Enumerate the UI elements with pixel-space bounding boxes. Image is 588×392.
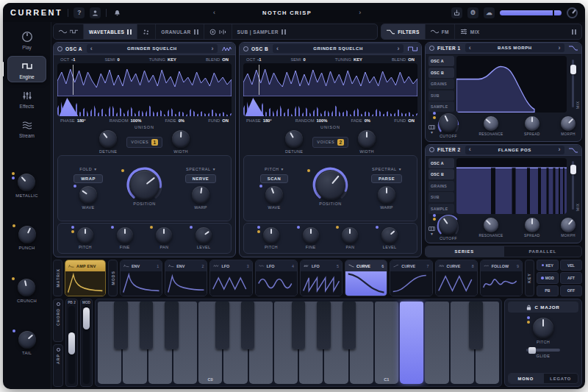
master-volume-slider[interactable] <box>500 10 562 15</box>
mod-slot-lfo-3[interactable]: LFO3 <box>209 260 252 296</box>
sidebar-item-stream[interactable]: Stream <box>7 115 46 141</box>
chevron-right-icon[interactable]: › <box>211 46 214 52</box>
spread-knob[interactable] <box>525 218 539 232</box>
kb-pitch-knob[interactable] <box>533 318 553 338</box>
power-icon[interactable] <box>243 46 248 51</box>
power-icon[interactable] <box>57 302 60 306</box>
oct-param[interactable]: OCT-1 <box>60 57 75 62</box>
spectral-header[interactable]: SPECTRAL▾ <box>372 167 401 171</box>
key-tab[interactable]: KEY <box>525 260 534 296</box>
warp-knob[interactable] <box>192 186 209 204</box>
wavetable-preset-selector[interactable]: ‹ GRINDER SQUELCH › <box>87 44 218 53</box>
chord-tab[interactable]: CHORD <box>53 299 63 342</box>
chevron-left-icon[interactable]: ‹ <box>469 45 472 51</box>
tab-fm[interactable]: FM <box>426 24 455 39</box>
mods-tab[interactable]: MODS <box>108 260 118 296</box>
piano-black-key[interactable] <box>140 302 154 349</box>
source-grains[interactable]: GRAINS <box>429 79 454 89</box>
pan-knob[interactable] <box>156 227 172 243</box>
detune-knob[interactable] <box>285 130 303 148</box>
output-gain-knob[interactable] <box>567 7 578 18</box>
fund-param[interactable]: FUNDON <box>208 118 229 123</box>
chevron-left-icon[interactable]: ‹ <box>276 46 279 52</box>
source-osc-a[interactable]: OSC A <box>429 158 454 168</box>
tab-filters[interactable]: FILTERS <box>381 24 425 39</box>
mod-wheel-track[interactable] <box>83 306 90 384</box>
detune-knob[interactable] <box>99 130 117 148</box>
spectral-select-button[interactable]: PARSE <box>371 174 402 183</box>
next-preset-button[interactable]: › <box>359 10 361 16</box>
piano-black-key[interactable] <box>114 302 128 349</box>
mix-slider[interactable] <box>572 60 574 108</box>
tab-wavetables[interactable]: WAVETABLES <box>84 24 137 39</box>
mode-header[interactable]: PITCH▾ <box>265 167 284 171</box>
chevron-left-icon[interactable]: ‹ <box>90 46 93 52</box>
resonance-knob[interactable] <box>484 116 498 131</box>
mod-slot-curve-7[interactable]: CURVE7 <box>390 260 432 296</box>
cutoff-knob[interactable] <box>439 215 458 235</box>
filter-curve-display[interactable] <box>456 56 567 113</box>
chevron-left-icon[interactable]: ‹ <box>469 146 472 153</box>
cutoff-knob[interactable] <box>439 113 458 132</box>
wave-knob[interactable] <box>79 186 97 204</box>
waveform-display[interactable] <box>243 63 417 116</box>
piano-key-c1[interactable]: C1 <box>375 302 398 384</box>
granular-icon-cell[interactable] <box>137 24 156 39</box>
scale-header[interactable]: C MAJOR <box>508 302 578 313</box>
glide-handle[interactable] <box>528 347 536 354</box>
mode-select-button[interactable]: SCAN <box>260 174 288 183</box>
prev-preset-button[interactable]: ‹ <box>213 10 215 16</box>
fund-param[interactable]: FUNDON <box>394 118 415 123</box>
mod-wheel-handle[interactable] <box>83 307 90 329</box>
pause-icon[interactable] <box>127 29 132 35</box>
power-icon[interactable] <box>429 147 434 152</box>
piano-black-key[interactable] <box>165 302 179 349</box>
wave-knob[interactable] <box>265 186 283 204</box>
pause-icon[interactable] <box>282 29 286 35</box>
legato-button[interactable]: LEGATO <box>544 374 578 383</box>
filters-bypass[interactable] <box>567 24 581 39</box>
mix-slider-handle[interactable] <box>570 65 576 74</box>
oct-param[interactable]: OCT-1 <box>246 57 261 62</box>
mode-header[interactable]: FOLD▾ <box>79 167 96 171</box>
piano-black-key[interactable] <box>343 302 356 349</box>
account-button[interactable] <box>90 7 101 18</box>
mix-slider-handle[interactable] <box>570 165 576 174</box>
pb-button[interactable]: PB <box>537 285 559 296</box>
sidebar-item-effects[interactable]: Effects <box>7 85 46 112</box>
piano-black-key[interactable] <box>292 302 306 349</box>
key-button[interactable]: KEY <box>537 260 559 271</box>
spectral-select-button[interactable]: NERVE <box>185 174 216 183</box>
filter-curve-display[interactable] <box>456 158 567 215</box>
mod-slot-env-1[interactable]: ENV1 <box>120 260 162 296</box>
fine-knob[interactable] <box>303 227 319 243</box>
sampler-icon-cell[interactable] <box>204 24 232 39</box>
warp-knob[interactable] <box>378 186 395 204</box>
keytrack-grid-icon[interactable] <box>429 227 435 231</box>
piano-key[interactable] <box>425 302 448 384</box>
piano-black-key[interactable] <box>317 302 331 349</box>
sidebar-item-engine[interactable]: Engine <box>7 56 46 82</box>
glide-slider[interactable] <box>526 349 560 352</box>
fine-knob[interactable] <box>117 227 133 243</box>
settings-button[interactable]: ⚙ <box>467 7 478 18</box>
mod-slot-follow-9[interactable]: FOLLOW9 <box>480 260 523 296</box>
tab-mix[interactable]: MIX <box>455 24 567 39</box>
power-icon[interactable] <box>57 46 62 51</box>
mono-button[interactable]: MONO <box>509 374 543 383</box>
semi-param[interactable]: SEMI0 <box>290 57 305 62</box>
random-param[interactable]: RANDOM100% <box>110 118 142 123</box>
level-knob[interactable] <box>196 227 212 243</box>
source-grains[interactable]: GRAINS <box>429 181 454 191</box>
notifications-button[interactable] <box>112 7 123 18</box>
power-icon[interactable] <box>429 46 434 51</box>
mod-slot-curve-6[interactable]: CURVE6 <box>345 260 387 296</box>
semi-param[interactable]: SEMI0 <box>104 57 119 62</box>
tuning-param[interactable]: TUNINGKEY <box>149 57 176 62</box>
mod-slot-lfo-5[interactable]: LFO5 <box>300 260 343 296</box>
pitch-bend-track[interactable] <box>68 306 75 384</box>
tab-granular[interactable]: GRANULAR <box>156 24 204 39</box>
pitch-knob[interactable] <box>77 227 93 243</box>
tuning-param[interactable]: TUNINGKEY <box>335 57 362 62</box>
position-knob[interactable] <box>130 171 159 200</box>
